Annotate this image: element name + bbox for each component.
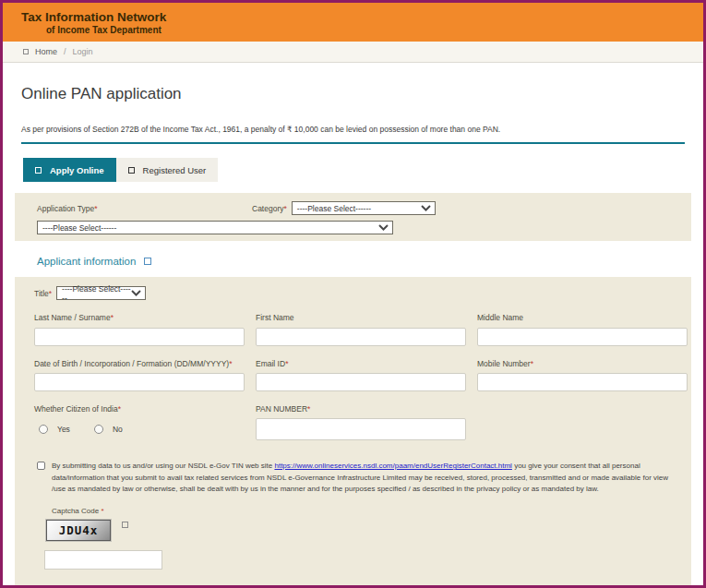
application-type-panel: Application Type* Category* ----Please S… xyxy=(15,193,691,241)
tab-apply-online[interactable]: Apply Online xyxy=(23,158,116,182)
breadcrumb-separator: / xyxy=(64,47,66,56)
applicant-information-title: Applicant information xyxy=(37,256,136,267)
pan-number-input[interactable] xyxy=(256,418,466,440)
citizen-yes-label[interactable]: Yes xyxy=(57,425,70,434)
breadcrumb-current: Login xyxy=(73,47,93,56)
captcha-label: Captcha Code * xyxy=(52,507,682,515)
citizen-radio-group: Yes No xyxy=(39,425,245,434)
teal-divider xyxy=(21,142,685,144)
application-type-select[interactable]: ----Please Select------ xyxy=(37,221,393,234)
consent-text: By submitting data to us and/or using ou… xyxy=(52,461,680,496)
captcha-image: JDU4x xyxy=(46,520,111,541)
home-icon xyxy=(23,49,29,54)
category-label: Category* xyxy=(252,204,287,213)
mobile-label: Mobile Number* xyxy=(477,359,688,368)
registered-user-tab-icon xyxy=(128,167,135,174)
citizen-label: Whether Citizen of India* xyxy=(34,404,245,414)
consent-checkbox[interactable] xyxy=(37,462,45,470)
dob-label: Date of Birth / Incorporation / Formatio… xyxy=(34,359,245,368)
applicant-information-heading: Applicant information xyxy=(37,256,703,267)
middle-name-label: Middle Name xyxy=(477,313,688,322)
info-icon xyxy=(144,258,151,265)
page-title: Online PAN application xyxy=(21,85,685,103)
app-header: Tax Information Network of Income Tax De… xyxy=(3,3,703,42)
title-label: Title* xyxy=(34,289,52,298)
citizen-yes-radio[interactable] xyxy=(39,425,48,434)
captcha-refresh-icon[interactable] xyxy=(122,522,128,528)
dob-input[interactable] xyxy=(34,373,245,391)
application-type-label: Application Type* xyxy=(37,204,252,213)
app-subtitle: of Income Tax Department xyxy=(46,25,703,35)
title-select[interactable]: ----Please Select------ xyxy=(56,286,146,300)
tab-registered-user[interactable]: Registered User xyxy=(116,158,219,182)
breadcrumb: Home / Login xyxy=(3,42,703,63)
email-input[interactable] xyxy=(256,373,466,391)
penalty-notice: As per provisions of Section 272B of the… xyxy=(21,125,685,134)
apply-online-tab-icon xyxy=(35,167,42,174)
first-name-label: First Name xyxy=(256,313,466,322)
middle-name-input[interactable] xyxy=(477,328,688,346)
chevron-down-icon xyxy=(378,224,389,231)
category-select[interactable]: ----Please Select------ xyxy=(292,201,436,215)
consent-link[interactable]: https://www.onlineservices.nsdl.com/paam… xyxy=(274,462,511,470)
last-name-label: Last Name / Surname* xyxy=(34,313,245,322)
applicant-form-panel: Title* ----Please Select------ Last Name… xyxy=(15,277,691,588)
chevron-down-icon xyxy=(421,205,431,211)
tab-registered-user-label: Registered User xyxy=(143,165,207,175)
breadcrumb-home-link[interactable]: Home xyxy=(35,47,57,56)
email-label: Email ID* xyxy=(256,359,466,368)
citizen-no-label[interactable]: No xyxy=(113,425,123,434)
captcha-input[interactable] xyxy=(44,550,162,570)
consent-section: By submitting data to us and/or using ou… xyxy=(37,461,680,496)
chevron-down-icon xyxy=(131,290,141,296)
app-title: Tax Information Network xyxy=(21,10,703,24)
tab-apply-online-label: Apply Online xyxy=(50,165,104,175)
citizen-no-radio[interactable] xyxy=(94,425,103,434)
tab-bar: Apply Online Registered User xyxy=(23,158,703,182)
last-name-input[interactable] xyxy=(34,328,245,346)
first-name-input[interactable] xyxy=(256,328,466,346)
mobile-input[interactable] xyxy=(477,373,688,391)
pan-number-label: PAN NUMBER* xyxy=(256,404,466,414)
captcha-section: Captcha Code * JDU4x xyxy=(44,507,682,570)
